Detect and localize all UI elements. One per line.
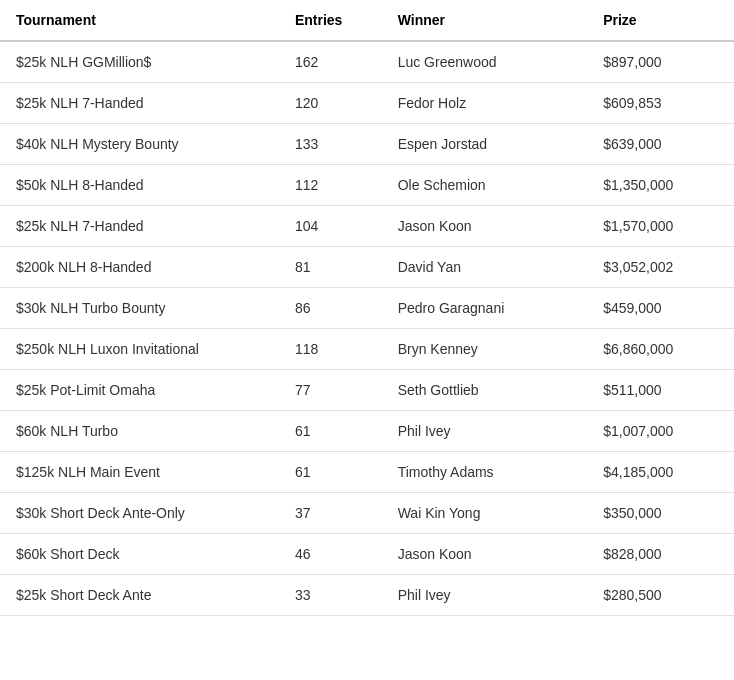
cell-entries: 61 [279, 452, 382, 493]
cell-prize: $1,570,000 [587, 206, 734, 247]
header-tournament: Tournament [0, 0, 279, 41]
cell-entries: 61 [279, 411, 382, 452]
cell-winner: Luc Greenwood [382, 41, 588, 83]
cell-tournament: $30k NLH Turbo Bounty [0, 288, 279, 329]
cell-entries: 81 [279, 247, 382, 288]
cell-prize: $609,853 [587, 83, 734, 124]
cell-tournament: $250k NLH Luxon Invitational [0, 329, 279, 370]
cell-winner: Jason Koon [382, 206, 588, 247]
cell-entries: 77 [279, 370, 382, 411]
table-row: $40k NLH Mystery Bounty133Espen Jorstad$… [0, 124, 734, 165]
cell-prize: $4,185,000 [587, 452, 734, 493]
cell-tournament: $50k NLH 8-Handed [0, 165, 279, 206]
cell-entries: 86 [279, 288, 382, 329]
table-row: $25k Pot-Limit Omaha77Seth Gottlieb$511,… [0, 370, 734, 411]
header-prize: Prize [587, 0, 734, 41]
cell-entries: 104 [279, 206, 382, 247]
table-row: $200k NLH 8-Handed81David Yan$3,052,002 [0, 247, 734, 288]
cell-winner: Bryn Kenney [382, 329, 588, 370]
cell-winner: Seth Gottlieb [382, 370, 588, 411]
cell-winner: Wai Kin Yong [382, 493, 588, 534]
cell-winner: David Yan [382, 247, 588, 288]
cell-winner: Espen Jorstad [382, 124, 588, 165]
cell-winner: Timothy Adams [382, 452, 588, 493]
cell-prize: $897,000 [587, 41, 734, 83]
cell-prize: $828,000 [587, 534, 734, 575]
cell-tournament: $25k NLH 7-Handed [0, 206, 279, 247]
cell-entries: 112 [279, 165, 382, 206]
cell-winner: Jason Koon [382, 534, 588, 575]
table-row: $30k Short Deck Ante-Only37Wai Kin Yong$… [0, 493, 734, 534]
cell-prize: $459,000 [587, 288, 734, 329]
cell-prize: $3,052,002 [587, 247, 734, 288]
table-row: $25k Short Deck Ante33Phil Ivey$280,500 [0, 575, 734, 616]
cell-prize: $1,350,000 [587, 165, 734, 206]
table-row: $25k NLH 7-Handed104Jason Koon$1,570,000 [0, 206, 734, 247]
cell-prize: $511,000 [587, 370, 734, 411]
cell-prize: $1,007,000 [587, 411, 734, 452]
cell-entries: 120 [279, 83, 382, 124]
table-row: $25k NLH 7-Handed120Fedor Holz$609,853 [0, 83, 734, 124]
cell-winner: Phil Ivey [382, 575, 588, 616]
cell-prize: $280,500 [587, 575, 734, 616]
cell-winner: Ole Schemion [382, 165, 588, 206]
table-row: $125k NLH Main Event61Timothy Adams$4,18… [0, 452, 734, 493]
cell-tournament: $30k Short Deck Ante-Only [0, 493, 279, 534]
table-header-row: Tournament Entries Winner Prize [0, 0, 734, 41]
cell-prize: $639,000 [587, 124, 734, 165]
cell-entries: 133 [279, 124, 382, 165]
cell-entries: 37 [279, 493, 382, 534]
cell-tournament: $60k Short Deck [0, 534, 279, 575]
cell-winner: Phil Ivey [382, 411, 588, 452]
cell-prize: $6,860,000 [587, 329, 734, 370]
cell-tournament: $60k NLH Turbo [0, 411, 279, 452]
table-row: $50k NLH 8-Handed112Ole Schemion$1,350,0… [0, 165, 734, 206]
cell-tournament: $200k NLH 8-Handed [0, 247, 279, 288]
cell-winner: Pedro Garagnani [382, 288, 588, 329]
cell-entries: 162 [279, 41, 382, 83]
table-row: $30k NLH Turbo Bounty86Pedro Garagnani$4… [0, 288, 734, 329]
cell-tournament: $40k NLH Mystery Bounty [0, 124, 279, 165]
table-row: $60k NLH Turbo61Phil Ivey$1,007,000 [0, 411, 734, 452]
cell-entries: 118 [279, 329, 382, 370]
header-entries: Entries [279, 0, 382, 41]
table-row: $60k Short Deck46Jason Koon$828,000 [0, 534, 734, 575]
cell-tournament: $125k NLH Main Event [0, 452, 279, 493]
table-row: $250k NLH Luxon Invitational118Bryn Kenn… [0, 329, 734, 370]
cell-tournament: $25k Pot-Limit Omaha [0, 370, 279, 411]
cell-entries: 33 [279, 575, 382, 616]
main-container: Tournament Entries Winner Prize $25k NLH… [0, 0, 734, 680]
cell-tournament: $25k NLH 7-Handed [0, 83, 279, 124]
cell-tournament: $25k NLH GGMillion$ [0, 41, 279, 83]
cell-entries: 46 [279, 534, 382, 575]
cell-winner: Fedor Holz [382, 83, 588, 124]
tournament-table: Tournament Entries Winner Prize $25k NLH… [0, 0, 734, 616]
header-winner: Winner [382, 0, 588, 41]
table-row: $25k NLH GGMillion$162Luc Greenwood$897,… [0, 41, 734, 83]
cell-tournament: $25k Short Deck Ante [0, 575, 279, 616]
cell-prize: $350,000 [587, 493, 734, 534]
